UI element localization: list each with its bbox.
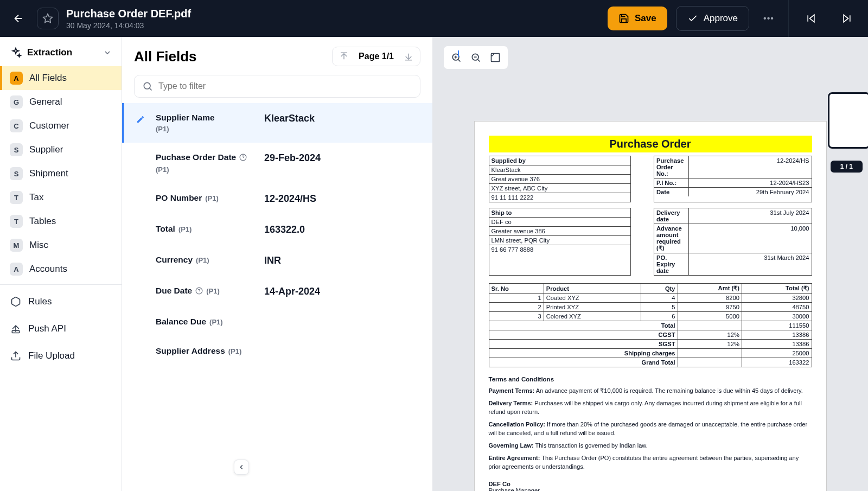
arrow-left-icon	[12, 12, 24, 24]
sidebar-item-label: Customer	[29, 120, 69, 131]
meta-val: 10,000	[689, 224, 812, 253]
sidebar-item-tables[interactable]: TTables	[0, 209, 122, 233]
field-label: Supplier Address	[156, 346, 225, 356]
preview-toolbar	[443, 46, 508, 69]
meta-key: Date	[654, 188, 689, 196]
sidebar-item-label: Accounts	[29, 264, 67, 275]
field-value: 14-Apr-2024	[264, 286, 320, 297]
sidebar-item-general[interactable]: GGeneral	[0, 90, 122, 114]
supplier-line: XYZ street, ABC City	[489, 184, 550, 193]
signer-name: DEF Co	[489, 481, 812, 487]
svg-point-8	[144, 82, 150, 89]
field-page-mark: (P1)	[206, 287, 220, 295]
collapse-sidebar-button[interactable]	[234, 460, 249, 475]
items-table: Sr. NoProductQtyAmt (₹)Total (₹) 1Coated…	[489, 283, 812, 367]
table-row: 2Printed XYZ5975048750	[489, 303, 812, 312]
delivery-meta-box: Delivery date31st July 2024Advance amoun…	[654, 208, 812, 276]
fullscreen-button[interactable]	[487, 49, 503, 66]
zoom-in-button[interactable]	[448, 49, 464, 66]
page-down-button[interactable]	[404, 52, 413, 61]
page-thumbnail[interactable]	[828, 92, 868, 149]
filter-input[interactable]	[158, 81, 412, 91]
sidebar-item-supplier[interactable]: SSupplier	[0, 138, 122, 162]
save-button[interactable]: Save	[608, 7, 667, 30]
tc-heading: Terms and Conditions	[489, 376, 812, 382]
filter-field[interactable]	[134, 75, 420, 98]
field-row[interactable]: Due Date (P1) 14-Apr-2024	[122, 276, 432, 307]
zoom-out-button[interactable]	[468, 49, 484, 66]
skip-back-icon	[806, 13, 816, 24]
field-label: Currency	[156, 255, 193, 265]
field-page-mark: (P1)	[209, 318, 223, 326]
sidebar-tool-file-upload[interactable]: File Upload	[0, 342, 122, 369]
field-row[interactable]: Balance Due (P1)	[122, 307, 432, 336]
back-button[interactable]	[8, 8, 29, 29]
edit-icon	[136, 115, 145, 124]
field-label: Total	[156, 224, 175, 234]
sidebar-item-tax[interactable]: TTax	[0, 186, 122, 209]
field-value: 29-Feb-2024	[264, 152, 321, 164]
field-label: Puchase Order Date	[156, 152, 236, 162]
tc-line: Payment Terms: An advance payment of ₹10…	[489, 387, 812, 395]
field-row[interactable]: Puchase Order Date (P1) 29-Feb-2024	[122, 143, 432, 183]
help-icon	[195, 287, 203, 295]
sidebar-item-all-fields[interactable]: AAll Fields	[0, 66, 122, 90]
more-menu-button[interactable]: •••	[758, 8, 780, 29]
next-doc-button[interactable]	[833, 8, 860, 29]
sidebar-tool-label: Push API	[28, 323, 66, 334]
po-meta-box: Purchase Order No.:12-2024/HSP.I No.:12-…	[654, 156, 812, 202]
app-header: Purchase Order DEF.pdf 30 May 2024, 14:0…	[0, 0, 868, 37]
chevron-left-icon	[238, 463, 245, 471]
ship-to-line: LMN street, PQR City	[489, 236, 552, 245]
field-row[interactable]: Supplier Name (P1) KlearStack	[122, 103, 432, 143]
approve-button[interactable]: Approve	[676, 6, 749, 31]
sidebar-badge: C	[10, 119, 23, 132]
sidebar-badge: S	[10, 167, 23, 180]
approve-label: Approve	[704, 13, 738, 24]
sidebar-item-label: Tax	[29, 192, 43, 203]
favorite-button[interactable]	[37, 8, 59, 29]
sidebar-item-accounts[interactable]: AAccounts	[0, 257, 122, 281]
field-page-mark: (P1)	[196, 256, 209, 264]
sidebar-item-label: All Fields	[29, 73, 67, 84]
document-page[interactable]: Purchase Order Supplied by KlearStack Gr…	[474, 121, 827, 491]
page-up-button[interactable]	[339, 52, 349, 61]
sidebar: Extraction AAll FieldsGGeneralCCustomerS…	[0, 37, 122, 491]
tool-icon	[10, 350, 22, 362]
sidebar-tool-rules[interactable]: Rules	[0, 288, 122, 315]
col-head: Total (₹)	[742, 284, 812, 294]
supplier-line: KlearStack	[489, 165, 523, 174]
sidebar-item-misc[interactable]: MMisc	[0, 233, 122, 257]
tool-icon	[10, 323, 22, 335]
more-icon: •••	[763, 14, 774, 23]
prev-doc-button[interactable]	[797, 8, 825, 29]
fields-panel-title: All Fields	[134, 48, 197, 65]
sidebar-section-label: Extraction	[27, 47, 72, 58]
document-preview: Purchase Order Supplied by KlearStack Gr…	[432, 37, 868, 491]
field-row[interactable]: Total (P1) 163322.0	[122, 214, 432, 245]
sidebar-item-shipment[interactable]: SShipment	[0, 162, 122, 186]
field-row[interactable]: Supplier Address (P1)	[122, 336, 432, 366]
col-head: Qty	[641, 284, 678, 294]
sidebar-badge: M	[10, 239, 23, 252]
svg-marker-0	[43, 14, 53, 23]
zoom-in-icon	[451, 52, 462, 63]
field-label: Balance Due	[156, 317, 206, 327]
meta-key: PO. Expiry date	[654, 253, 689, 275]
svg-line-15	[458, 60, 461, 62]
field-row[interactable]: Currency (P1) INR	[122, 245, 432, 276]
tc-line: Governing Law: This transaction is gover…	[489, 442, 812, 450]
sidebar-tool-push-api[interactable]: Push API	[0, 315, 122, 342]
doc-banner: Purchase Order	[489, 136, 812, 152]
sidebar-section-extraction[interactable]: Extraction	[0, 39, 122, 66]
svg-marker-3	[844, 15, 848, 22]
meta-key: P.I No.:	[654, 178, 689, 187]
sidebar-badge: S	[10, 143, 23, 156]
tc-line: Cancellation Policy: If more than 20% of…	[489, 420, 812, 437]
sidebar-badge: T	[10, 215, 23, 228]
edit-button[interactable]	[136, 115, 145, 124]
chevron-down-icon	[103, 48, 112, 57]
field-row[interactable]: PO Number (P1) 12-2024/HS	[122, 183, 432, 214]
meta-val: 12-2024/HS	[689, 156, 812, 178]
sidebar-item-customer[interactable]: CCustomer	[0, 114, 122, 138]
